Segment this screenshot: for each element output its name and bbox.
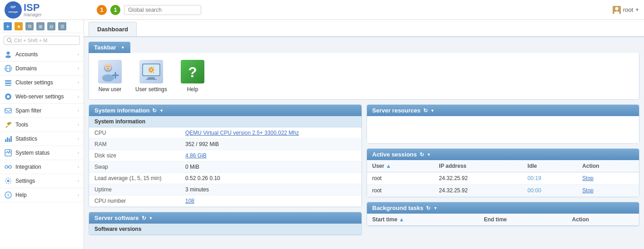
sidebar-item-integration[interactable]: Integration › [0, 160, 84, 174]
session-action-2[interactable]: Stop [577, 185, 639, 197]
server-software-dropdown[interactable]: ▼ [149, 216, 153, 220]
active-sessions-dropdown[interactable]: ▼ [427, 152, 431, 157]
tab-dashboard[interactable]: Dashboard [89, 22, 137, 36]
user-settings-button[interactable]: User settings [135, 60, 167, 93]
statistics-icon [5, 135, 12, 142]
bg-tasks-header-row: Start time ▲ End time Action [367, 214, 639, 226]
session-row-1: root 24.32.25.92 00:19 Stop [367, 172, 639, 185]
sidebar-label-statistics: Statistics [15, 136, 37, 142]
session-row-2: root 24.32.25.92 00:00 Stop [367, 185, 639, 197]
sidebar-expand-button[interactable]: ⊞ [36, 22, 45, 30]
table-row: RAM 352 / 992 MiB [89, 139, 362, 150]
session-action-1[interactable]: Stop [577, 172, 639, 185]
sidebar-item-system-status[interactable]: System status › [0, 146, 84, 160]
col-user[interactable]: User ▲ [367, 160, 434, 172]
taskbar-header[interactable]: Taskbar ▼ [89, 42, 130, 53]
taskbar-dropdown-chevron: ▼ [121, 45, 125, 50]
server-software-refresh[interactable]: ↻ [142, 215, 146, 221]
sidebar-item-cluster-settings[interactable]: Cluster settings › [0, 76, 84, 90]
svg-point-37 [107, 66, 108, 67]
help-icon-button[interactable]: ? Help [181, 60, 204, 93]
sidebar-arrow-integration: › [78, 165, 79, 169]
user-dropdown-arrow: ▼ [635, 7, 639, 12]
col-ip[interactable]: IP address [434, 160, 522, 172]
sidebar-item-spam-filter[interactable]: Spam filter › [0, 104, 84, 118]
system-info-title: System information [94, 107, 149, 114]
col-idle[interactable]: Idle [522, 160, 577, 172]
svg-point-9 [5, 55, 11, 58]
sidebar-search[interactable]: Ctrl + Shift + M [4, 36, 80, 45]
sidebar-label-help: Help [15, 192, 27, 198]
system-status-icon [5, 149, 12, 156]
active-sessions-header[interactable]: Active sessions ↻ ▼ [367, 149, 639, 160]
server-resources-refresh[interactable]: ↻ [423, 107, 428, 114]
top-bar: ISP manager ISP manager 1 1 root ▼ [0, 0, 644, 20]
sidebar-search-placeholder: Ctrl + Shift + M [14, 38, 47, 43]
sidebar-list-button[interactable]: ☰ [58, 22, 66, 30]
alert-icon-2[interactable]: 1 [110, 5, 120, 15]
sidebar-copy-button[interactable]: ⧉ [25, 22, 34, 30]
svg-point-4 [615, 7, 618, 10]
svg-point-8 [7, 52, 10, 55]
session-idle-2: 00:00 [522, 185, 577, 197]
sidebar-arrow-spam: › [78, 108, 79, 113]
user-icon [612, 5, 621, 15]
uptime-value: 3 minutes [180, 184, 362, 195]
svg-text:?: ? [7, 193, 10, 198]
server-resources-dropdown[interactable]: ▼ [431, 108, 435, 113]
help-svg-icon: ? [181, 60, 204, 83]
svg-text:ISP: ISP [10, 5, 16, 9]
integration-icon [5, 163, 12, 171]
background-tasks-title: Background tasks [372, 205, 424, 211]
sidebar-label-integration: Integration [15, 164, 41, 170]
logo-icon[interactable]: ISP manager [5, 1, 22, 19]
background-tasks-refresh[interactable]: ↻ [426, 205, 431, 211]
sidebar-collapse-button[interactable]: ⊟ [47, 22, 55, 30]
active-sessions-table: User ▲ IP address Idle Action root 24.32… [367, 160, 639, 197]
sidebar-item-domains[interactable]: Domains › [0, 62, 84, 76]
cpu-num-value: 108 [180, 195, 362, 207]
sidebar-star-button[interactable]: ★ [15, 22, 23, 30]
cluster-icon [5, 79, 12, 86]
new-user-button[interactable]: New user [98, 60, 122, 93]
table-row: Swap 0 MiB [89, 161, 362, 173]
alert-icon-1[interactable]: 1 [97, 5, 107, 15]
server-resources-header[interactable]: Server resources ↻ ▼ [367, 105, 639, 116]
sidebar-label-settings: Settings [15, 178, 35, 184]
tools-icon [5, 121, 12, 128]
active-sessions-refresh[interactable]: ↻ [420, 151, 424, 158]
system-info-header[interactable]: System information ↻ ▼ [89, 105, 362, 116]
server-resources-panel: Server resources ↻ ▼ [367, 104, 640, 144]
user-settings-label: User settings [135, 86, 167, 93]
cpu-value: QEMU Virtual CPU version 2.5+ 3300.022 M… [180, 127, 362, 139]
sidebar-item-accounts[interactable]: Accounts › [0, 48, 84, 62]
sidebar-search-icon [7, 38, 12, 43]
system-info-refresh[interactable]: ↻ [152, 107, 157, 114]
sidebar-item-tools[interactable]: Tools › [0, 118, 84, 132]
svg-point-38 [109, 66, 109, 67]
sidebar-item-statistics[interactable]: Statistics › [0, 132, 84, 146]
accounts-icon [5, 51, 12, 58]
svg-line-7 [10, 41, 12, 43]
background-tasks-dropdown[interactable]: ▼ [433, 206, 437, 210]
session-ip-2: 24.32.25.92 [434, 185, 522, 197]
sidebar-label-system-status: System status [15, 150, 50, 156]
background-tasks-header[interactable]: Background tasks ↻ ▼ [367, 202, 639, 214]
new-user-label: New user [99, 86, 122, 93]
sidebar-add-button[interactable]: + [4, 22, 12, 30]
user-menu[interactable]: root ▼ [612, 5, 639, 15]
col-start-time[interactable]: Start time ▲ [367, 214, 479, 226]
system-info-dropdown[interactable]: ▼ [159, 108, 163, 113]
active-sessions-title: Active sessions [372, 151, 417, 158]
session-user-2: root [367, 185, 434, 197]
global-search-input[interactable] [124, 5, 201, 15]
sidebar-item-web-server-settings[interactable]: Web-server settings › [0, 90, 84, 104]
sidebar-item-help[interactable]: ? Help › [0, 188, 84, 202]
svg-point-6 [7, 38, 11, 42]
server-software-header[interactable]: Server software ↻ ▼ [89, 212, 362, 224]
sidebar-item-settings[interactable]: Settings › [0, 174, 84, 188]
svg-point-17 [7, 95, 10, 98]
webserver-icon [5, 93, 12, 100]
col-end-time[interactable]: End time [478, 214, 566, 226]
help-label: Help [187, 86, 198, 93]
